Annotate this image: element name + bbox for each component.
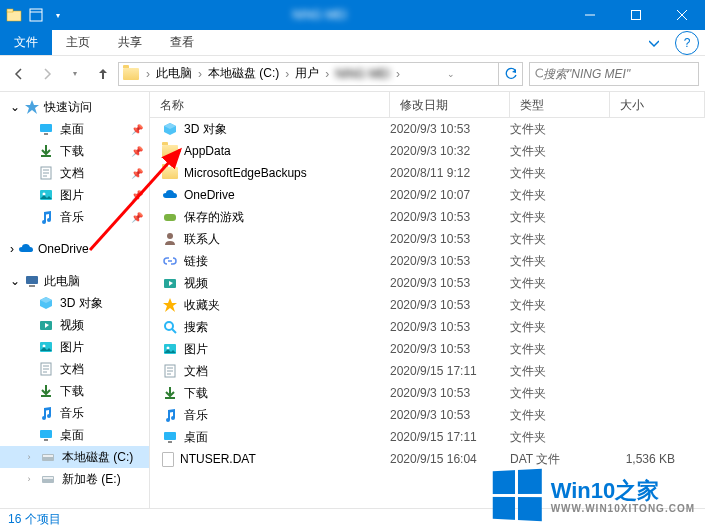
table-row[interactable]: 音乐2020/9/3 10:53文件夹 [150, 404, 705, 426]
breadcrumb-users[interactable]: 用户 [292, 63, 322, 85]
column-size[interactable]: 大小 [610, 92, 705, 117]
sidebar-item[interactable]: 文档📌 [0, 162, 149, 184]
file-type: 文件夹 [510, 143, 610, 160]
sidebar-item[interactable]: 文档 [0, 358, 149, 380]
breadcrumb-sep[interactable]: › [322, 67, 332, 81]
sidebar-item[interactable]: 视频 [0, 314, 149, 336]
file-type: 文件夹 [510, 253, 610, 270]
table-row[interactable]: MicrosoftEdgeBackups2020/8/11 9:12文件夹 [150, 162, 705, 184]
file-size: 1,536 KB [610, 452, 705, 466]
tab-home[interactable]: 主页 [52, 30, 104, 55]
file-type: 文件夹 [510, 341, 610, 358]
breadcrumb-sep[interactable]: › [393, 67, 403, 81]
file-tab[interactable]: 文件 [0, 30, 52, 55]
sidebar-item[interactable]: 音乐📌 [0, 206, 149, 228]
table-row[interactable]: 图片2020/9/3 10:53文件夹 [150, 338, 705, 360]
cloud-icon [18, 241, 34, 257]
sidebar-item[interactable]: 音乐 [0, 402, 149, 424]
nav-forward-button[interactable] [34, 61, 60, 87]
svg-rect-10 [40, 124, 52, 132]
file-date: 2020/9/3 10:53 [390, 386, 510, 400]
file-type: 文件夹 [510, 275, 610, 292]
pin-icon: 📌 [131, 146, 143, 157]
minimize-button[interactable] [567, 0, 613, 30]
close-button[interactable] [659, 0, 705, 30]
table-row[interactable]: AppData2020/9/3 10:32文件夹 [150, 140, 705, 162]
svg-rect-35 [164, 214, 176, 221]
sidebar-item[interactable]: 下载 [0, 380, 149, 402]
file-date: 2020/9/3 10:53 [390, 276, 510, 290]
pin-icon: 📌 [131, 168, 143, 179]
search-box[interactable] [529, 62, 699, 86]
file-name: 桌面 [184, 429, 208, 446]
sidebar-item[interactable]: ›新加卷 (E:) [0, 468, 149, 490]
table-row[interactable]: 链接2020/9/3 10:53文件夹 [150, 250, 705, 272]
breadcrumb-folder-icon [119, 68, 143, 80]
sidebar-tree[interactable]: ⌄ 快速访问 桌面📌下载📌文档📌图片📌音乐📌 › OneDrive ⌄ 此电脑 … [0, 92, 150, 508]
breadcrumb-sep[interactable]: › [282, 67, 292, 81]
column-type[interactable]: 类型 [510, 92, 610, 117]
table-row[interactable]: 文档2020/9/15 17:11文件夹 [150, 360, 705, 382]
sidebar-item[interactable]: 图片 [0, 336, 149, 358]
sidebar-item-label: 文档 [60, 165, 84, 182]
sidebar-item[interactable]: ›本地磁盘 (C:) [0, 446, 149, 468]
breadcrumb-sep[interactable]: › [143, 67, 153, 81]
breadcrumb-disk-c[interactable]: 本地磁盘 (C:) [205, 63, 282, 85]
table-row[interactable]: 保存的游戏2020/9/3 10:53文件夹 [150, 206, 705, 228]
table-row[interactable]: 桌面2020/9/15 17:11文件夹 [150, 426, 705, 448]
table-row[interactable]: 收藏夹2020/9/3 10:53文件夹 [150, 294, 705, 316]
file-name: 音乐 [184, 407, 208, 424]
sidebar-item[interactable]: 3D 对象 [0, 292, 149, 314]
sidebar-this-pc[interactable]: ⌄ 此电脑 [0, 270, 149, 292]
pin-icon: 📌 [131, 190, 143, 201]
sidebar-item[interactable]: 图片📌 [0, 184, 149, 206]
breadcrumb-sep[interactable]: › [195, 67, 205, 81]
breadcrumb-this-pc[interactable]: 此电脑 [153, 63, 195, 85]
svg-rect-48 [168, 441, 172, 443]
nav-up-button[interactable] [90, 61, 116, 87]
file-type: 文件夹 [510, 407, 610, 424]
ribbon-expand-button[interactable] [639, 30, 669, 55]
table-row[interactable]: 下载2020/9/3 10:53文件夹 [150, 382, 705, 404]
table-row[interactable]: 3D 对象2020/9/3 10:53文件夹 [150, 118, 705, 140]
sidebar-item-label: 音乐 [60, 405, 84, 422]
sidebar-quick-access[interactable]: ⌄ 快速访问 [0, 96, 149, 118]
svg-rect-11 [44, 133, 48, 135]
table-row[interactable]: 搜索2020/9/3 10:53文件夹 [150, 316, 705, 338]
column-date[interactable]: 修改日期 [390, 92, 510, 117]
table-row[interactable]: 联系人2020/9/3 10:53文件夹 [150, 228, 705, 250]
sidebar-item-label: 视频 [60, 317, 84, 334]
nav-recent-dropdown[interactable]: ▾ [62, 61, 88, 87]
qat-properties-icon[interactable] [28, 7, 44, 23]
file-date: 2020/9/15 17:11 [390, 430, 510, 444]
tab-share[interactable]: 共享 [104, 30, 156, 55]
breadcrumb-user-folder[interactable]: NING MEI [332, 63, 393, 85]
column-name[interactable]: 名称 [150, 92, 390, 117]
statusbar: 16 个项目 [0, 508, 705, 530]
nav-back-button[interactable] [6, 61, 32, 87]
file-date: 2020/9/3 10:53 [390, 254, 510, 268]
search-icon [534, 67, 543, 81]
search-input[interactable] [543, 67, 694, 81]
sidebar-item[interactable]: 下载📌 [0, 140, 149, 162]
sidebar-onedrive[interactable]: › OneDrive [0, 238, 149, 260]
sidebar-item[interactable]: 桌面📌 [0, 118, 149, 140]
breadcrumb-dropdown[interactable]: ⌄ [444, 63, 458, 85]
file-type: 文件夹 [510, 319, 610, 336]
help-button[interactable]: ? [675, 31, 699, 55]
sidebar-item[interactable]: 桌面 [0, 424, 149, 446]
file-date: 2020/9/3 10:53 [390, 122, 510, 136]
refresh-button[interactable] [498, 63, 522, 85]
qat-dropdown-icon[interactable]: ▾ [50, 7, 66, 23]
svg-rect-5 [632, 11, 641, 20]
file-rows[interactable]: 3D 对象2020/9/3 10:53文件夹AppData2020/9/3 10… [150, 118, 705, 508]
file-date: 2020/9/3 10:53 [390, 408, 510, 422]
sidebar-item-label: 图片 [60, 339, 84, 356]
table-row[interactable]: OneDrive2020/9/2 10:07文件夹 [150, 184, 705, 206]
svg-rect-20 [29, 285, 35, 287]
table-row[interactable]: 视频2020/9/3 10:53文件夹 [150, 272, 705, 294]
breadcrumb[interactable]: › 此电脑 › 本地磁盘 (C:) › 用户 › NING MEI › ⌄ [118, 62, 523, 86]
table-row[interactable]: NTUSER.DAT2020/9/15 16:04DAT 文件1,536 KB [150, 448, 705, 470]
tab-view[interactable]: 查看 [156, 30, 208, 55]
maximize-button[interactable] [613, 0, 659, 30]
